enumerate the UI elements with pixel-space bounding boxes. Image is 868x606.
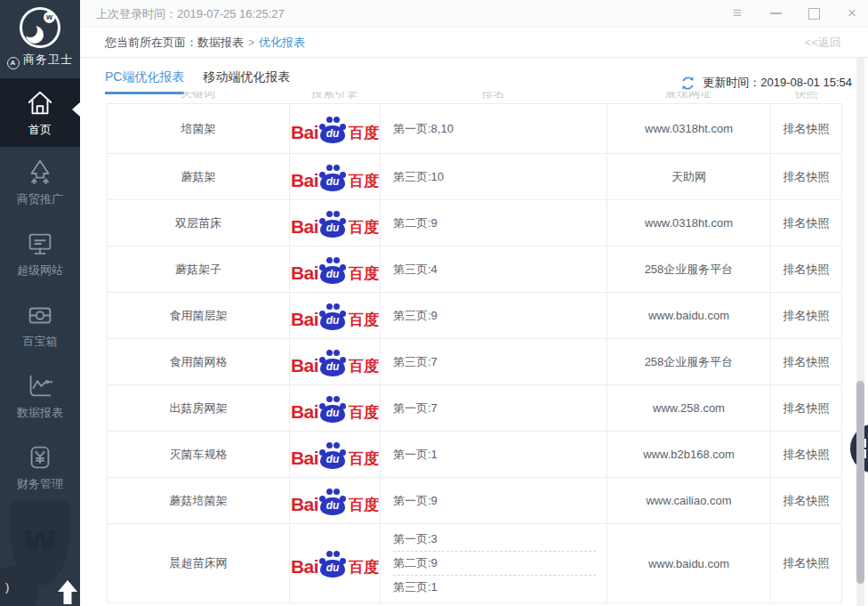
column-header: 排名 [380,92,607,101]
window-controls: ≡ × [730,0,859,27]
column-header: 快照 [770,92,842,101]
minimize-icon[interactable] [768,6,783,20]
rank-cell: 第三页:4 [381,246,607,292]
table-row: 蘑菇架子Baidu百度第三页:4258企业服务平台排名快照 [108,246,841,293]
site-cell: www.baidu.com [607,293,771,338]
rank-cell: 第三页:7 [381,339,607,384]
search-engine-cell: Baidu百度 [290,524,381,602]
search-engine-cell: Baidu百度 [290,339,381,384]
rank-snapshot-link[interactable]: 排名快照 [784,493,830,509]
rank-cell: 第一页:8,10 [381,104,607,153]
snapshot-cell: 排名快照 [771,293,841,338]
table-row: 晨超苗床网Baidu百度第一页:3第二页:9第三页:1www.baidu.com… [108,524,841,603]
sidebar-item-website[interactable]: 超级网站 [0,218,80,289]
sidebar-item-toolbox[interactable]: 百宝箱 [0,289,80,360]
breadcrumb-bar: 您当前所在页面：数据报表>优化报表 <<返回 [80,28,868,58]
active-notch [72,102,80,117]
main-area: 上次登录时间：2019-07-25 16:25:27 ≡ × 您当前所在页面：数… [80,0,868,606]
last-login-text: 上次登录时间：2019-07-25 16:25:27 [96,6,285,22]
website-icon [25,229,55,259]
search-engine-cell: Baidu百度 [290,104,381,153]
table-row: 出菇房网架Baidu百度第一页:7www.258.com排名快照 [108,385,841,432]
snapshot-cell: 排名快照 [771,339,841,384]
scroll-top-arrow-icon[interactable] [57,580,78,604]
site-cell: www.0318ht.com [607,104,771,153]
home-icon [25,88,55,118]
rank-cell: 第二页:9 [381,200,607,246]
update-info: 更新时间：2019-08-01 15:54 [680,75,852,91]
corner-glyph: ) [5,580,9,594]
report-icon [25,371,55,401]
rank-snapshot-link[interactable]: 排名快照 [784,555,830,571]
sidebar-item-home[interactable]: 首页 [0,78,80,147]
toolbox-icon [25,300,55,330]
search-engine-cell: Baidu百度 [290,293,381,338]
snapshot-cell: 排名快照 [771,154,841,199]
keyword-cell: 蘑菇培菌架 [108,478,290,523]
table-row: 双层苗床Baidu百度第二页:9www.0318ht.com排名快照 [108,200,841,246]
back-link[interactable]: <<返回 [805,35,841,51]
snapshot-cell: 排名快照 [771,524,841,602]
baidu-logo: Baidu百度 [291,487,379,515]
report-tabs: PC端优化报表 移动端优化报表 [105,69,290,94]
baidu-paw-icon: du [319,256,346,284]
rank-snapshot-link[interactable]: 排名快照 [784,400,830,416]
sidebar-item-label: 财务管理 [17,476,63,492]
rank-snapshot-link[interactable]: 排名快照 [784,169,830,185]
keyword-cell: 食用菌层架 [108,293,290,338]
app-logo-icon: w [20,7,60,48]
table-row: 食用菌层架Baidu百度第三页:9www.baidu.com排名快照 [108,293,841,339]
update-time-text: 更新时间：2019-08-01 15:54 [703,75,852,91]
sidebar-item-report[interactable]: 数据报表 [0,360,80,432]
baidu-logo: Baidu百度 [291,394,379,423]
baidu-paw-icon: du [319,303,346,330]
rank-line: 第一页:3 [393,528,596,552]
menu-icon[interactable]: ≡ [730,6,744,20]
close-icon[interactable]: × [845,6,859,20]
rank-cell: 第一页:3第二页:9第三页:1 [381,524,607,602]
baidu-logo: Baidu百度 [291,549,379,578]
baidu-paw-icon: du [319,441,346,469]
site-cell: www.b2b168.com [607,432,771,477]
table-row: 培菌架Baidu百度第一页:8,10www.0318ht.com排名快照 [108,104,841,154]
rank-line: 第三页:1 [393,576,596,599]
site-cell: www.cailiao.com [607,478,771,523]
baidu-paw-icon: du [319,164,346,191]
baidu-logo: Baidu百度 [291,209,379,238]
rank-cell: 第一页:7 [381,385,607,431]
finance-icon [25,442,55,473]
sidebar: w A商务卫士 首页商贸推广超级网站百宝箱数据报表财务管理 w ) [0,0,80,606]
rank-snapshot-link[interactable]: 排名快照 [784,262,830,278]
rank-snapshot-link[interactable]: 排名快照 [784,121,830,137]
breadcrumb-current-link[interactable]: 优化报表 [259,36,305,49]
table-row: 蘑菇架Baidu百度第三页:10天助网排名快照 [108,154,841,200]
sidebar-item-label: 超级网站 [17,263,63,279]
rank-snapshot-link[interactable]: 排名快照 [784,308,830,324]
table-header-clipped: 关键词搜索引擎排名展现网址快照 [107,92,842,104]
app-title: A商务卫士 [0,52,80,69]
search-engine-cell: Baidu百度 [290,246,381,292]
table-row: 食用菌网格Baidu百度第三页:7258企业服务平台排名快照 [108,339,841,385]
baidu-logo: Baidu百度 [291,348,379,376]
keyword-cell: 蘑菇架 [108,154,290,199]
sidebar-item-promotion[interactable]: 商贸推广 [0,147,80,218]
keyword-cell: 出菇房网架 [108,385,290,431]
snapshot-cell: 排名快照 [771,246,841,292]
rank-snapshot-link[interactable]: 排名快照 [784,354,830,370]
snapshot-cell: 排名快照 [771,432,841,477]
rank-snapshot-link[interactable]: 排名快照 [784,215,830,231]
maximize-icon[interactable] [807,6,821,20]
rank-snapshot-link[interactable]: 排名快照 [784,447,830,463]
tab-mobile-report[interactable]: 移动端优化报表 [203,69,290,94]
scrollbar-thumb[interactable] [856,381,864,584]
rank-cell: 第一页:9 [381,478,607,523]
site-cell: 258企业服务平台 [607,246,771,292]
keyword-cell: 培菌架 [108,104,290,153]
baidu-logo: Baidu百度 [291,302,379,330]
sidebar-item-finance[interactable]: 财务管理 [0,432,80,503]
keyword-cell: 蘑菇架子 [108,246,290,292]
tab-pc-report[interactable]: PC端优化报表 [105,69,184,94]
titlebar: 上次登录时间：2019-07-25 16:25:27 ≡ × [80,0,868,28]
snapshot-cell: 排名快照 [771,200,841,246]
refresh-icon[interactable] [680,76,695,91]
